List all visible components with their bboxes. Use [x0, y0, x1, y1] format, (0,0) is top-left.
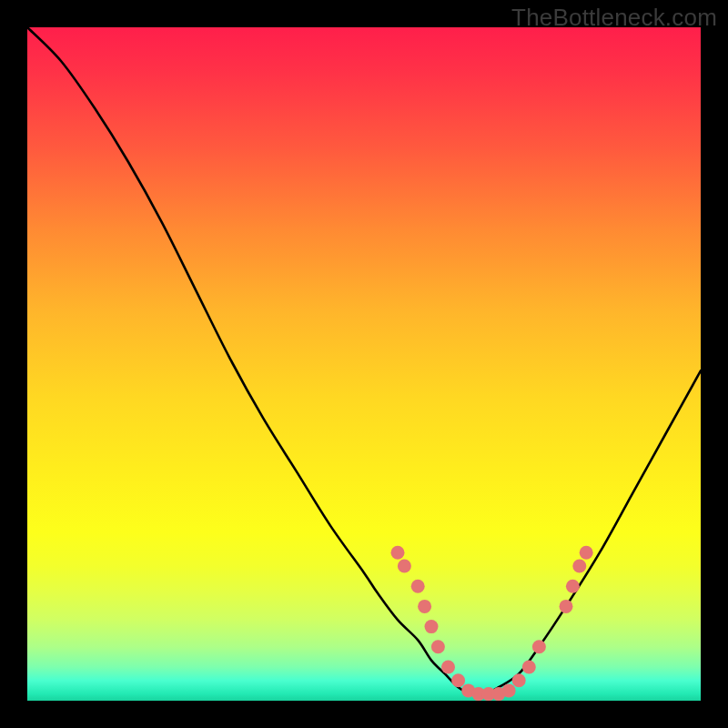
curve-dot — [502, 683, 516, 697]
curve-dot — [431, 640, 445, 653]
curve-dot — [566, 580, 580, 593]
curve-dots — [391, 546, 593, 701]
curve-dot — [411, 580, 425, 593]
curve-dot — [560, 600, 573, 613]
curve-dot — [418, 600, 431, 613]
bottleneck-curve — [27, 27, 701, 695]
curve-dot — [522, 661, 536, 674]
curve-dot — [391, 546, 405, 560]
curve-dot — [451, 673, 465, 687]
chart-frame: TheBottleneck.com — [0, 0, 728, 728]
curve-dot — [425, 620, 439, 633]
curve-dot — [512, 673, 526, 687]
curve-dot — [572, 560, 586, 573]
curve-dot — [441, 661, 455, 674]
curve-dot — [398, 560, 411, 573]
curve-dot — [580, 546, 593, 560]
chart-overlay — [27, 27, 701, 701]
curve-dot — [532, 640, 546, 653]
